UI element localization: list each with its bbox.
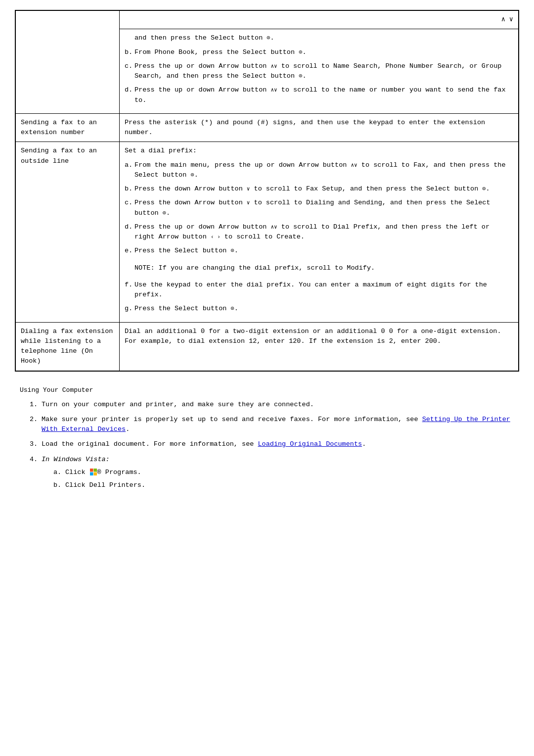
select-icon-ob: ⊙	[482, 186, 486, 192]
outside-label-c: c.	[125, 198, 134, 218]
cont-item-arrow: and then press the Select button ⊙.	[125, 33, 513, 43]
extension-left: Sending a fax to an extension number	[16, 113, 120, 142]
outside-item-e: e. Press the Select button ⊙.	[125, 246, 513, 256]
outside-intro: Set a dial prefix:	[125, 146, 513, 156]
num-label-4: 4.	[30, 455, 42, 494]
outside-label-d: d.	[125, 222, 134, 242]
numbered-item-4: 4. In Windows Vista: a. Click	[30, 455, 519, 494]
arrow-ob: ∨	[247, 186, 250, 192]
svg-rect-3	[93, 472, 97, 476]
sub-content-4b: Click Dell Printers.	[65, 480, 519, 490]
cont-item-c: c. Press the up or down Arrow button ∧∨ …	[125, 61, 513, 82]
arrows-od: ∧∨	[270, 224, 277, 230]
link-loading-docs[interactable]: Loading Original Documents	[258, 440, 362, 448]
extension-text: Press the asterisk (*) and pound (#) sig…	[125, 119, 485, 136]
windows-logo-icon	[90, 469, 97, 475]
outside-line-row: Sending a fax to an outside line Set a d…	[16, 142, 519, 322]
lr-arrows-od: ‹ ›	[211, 234, 221, 240]
cont-label-d: d.	[125, 85, 134, 105]
top-arrows-cell: ∧ ∨	[120, 11, 519, 29]
continuation-left	[16, 29, 120, 114]
num-label-2: 2.	[30, 415, 42, 435]
on-hook-left: Dialing a fax extension while listening …	[16, 322, 120, 371]
outside-note: NOTE: If you are changing the dial prefi…	[125, 260, 513, 276]
on-hook-right: Dial an additional 0 for a two-digit ext…	[120, 322, 519, 371]
cont-item-d: d. Press the up or down Arrow button ∧∨ …	[125, 85, 513, 105]
extension-row: Sending a fax to an extension number Pre…	[16, 113, 519, 142]
sub-content-4a: Click ® Programs.	[65, 468, 519, 477]
outside-label-f: f.	[125, 280, 134, 300]
numbered-item-1: 1. Turn on your computer and printer, an…	[30, 400, 519, 410]
select-icon-inline: ⊙	[267, 35, 270, 42]
extension-label: Sending a fax to an extension number	[21, 119, 97, 136]
outside-label-g: g.	[125, 304, 134, 314]
windows-vista-italic: In Windows Vista:	[42, 456, 110, 463]
cont-label-b: b.	[125, 47, 134, 57]
outside-content-d: Press the up or down Arrow button ∧∨ to …	[134, 222, 513, 242]
sub-item-4b: b. Click Dell Printers.	[53, 480, 519, 490]
outside-label-b: b.	[125, 184, 134, 194]
outside-content-b: Press the down Arrow button ∨ to scroll …	[134, 184, 513, 194]
outside-line-label: Sending a fax to an outside line	[21, 147, 97, 164]
on-hook-label: Dialing a fax extension while listening …	[21, 328, 113, 365]
select-icon-oc: ⊙	[163, 210, 166, 217]
num-content-4: In Windows Vista: a. Click	[42, 455, 519, 494]
cont-content-arrow: and then press the Select button ⊙.	[134, 33, 513, 43]
extension-right: Press the asterisk (*) and pound (#) sig…	[120, 113, 519, 142]
select-icon-og: ⊙	[230, 305, 234, 312]
outside-label-e: e.	[125, 246, 134, 256]
svg-rect-2	[90, 472, 93, 476]
cont-content-d: Press the up or down Arrow button ∧∨ to …	[134, 85, 513, 105]
cont-item-b: b. From Phone Book, press the Select but…	[125, 47, 513, 57]
outside-content-g: Press the Select button ⊙.	[134, 304, 513, 314]
num-content-3: Load the original document. For more inf…	[42, 439, 519, 449]
sub-list-4: a. Click ® Programs.	[53, 468, 519, 491]
cont-content-b: From Phone Book, press the Select button…	[134, 47, 513, 57]
numbered-list: 1. Turn on your computer and printer, an…	[30, 400, 519, 494]
num-label-1: 1.	[30, 400, 42, 410]
numbered-item-3: 3. Load the original document. For more …	[30, 439, 519, 449]
on-hook-text: Dial an additional 0 for a two-digit ext…	[125, 328, 501, 345]
on-hook-row: Dialing a fax extension while listening …	[16, 322, 519, 371]
outside-content-a: From the main menu, press the up or down…	[134, 160, 513, 181]
outside-item-b: b. Press the down Arrow button ∨ to scro…	[125, 184, 513, 194]
outside-line-right: Set a dial prefix: a. From the main menu…	[120, 142, 519, 322]
using-computer-section: Using Your Computer 1. Turn on your comp…	[15, 386, 519, 494]
top-arrows-row: ∧ ∨	[16, 11, 519, 29]
arrows-d: ∧∨	[270, 87, 277, 93]
num-content-1: Turn on your computer and printer, and m…	[42, 400, 519, 410]
outside-item-c: c. Press the down Arrow button ∨ to scro…	[125, 198, 513, 218]
section-title: Using Your Computer	[20, 386, 519, 394]
select-icon-oa: ⊙	[190, 172, 194, 179]
cont-label-arrow	[125, 33, 134, 43]
outside-content-e: Press the Select button ⊙.	[134, 246, 513, 256]
link-external-devices[interactable]: Setting Up the Printer With External Dev…	[42, 416, 510, 433]
outside-content-f: Use the keypad to enter the dial prefix.…	[134, 280, 513, 300]
num-content-2: Make sure your printer is properly set u…	[42, 415, 519, 435]
outside-item-f: f. Use the keypad to enter the dial pref…	[125, 280, 513, 300]
sub-label-4a: a.	[53, 468, 65, 477]
svg-rect-1	[93, 469, 97, 472]
outside-item-d: d. Press the up or down Arrow button ∧∨ …	[125, 222, 513, 242]
outside-item-a: a. From the main menu, press the up or d…	[125, 160, 513, 181]
continuation-right: and then press the Select button ⊙. b. F…	[120, 29, 519, 114]
outside-label-a: a.	[125, 160, 134, 181]
outside-note-label	[125, 260, 134, 276]
outside-item-g: g. Press the Select button ⊙.	[125, 304, 513, 314]
select-icon-oe: ⊙	[230, 247, 234, 254]
num-label-3: 3.	[30, 439, 42, 449]
select-icon-c: ⊙	[299, 73, 302, 80]
sub-label-4b: b.	[53, 480, 65, 490]
continuation-row: and then press the Select button ⊙. b. F…	[16, 29, 519, 114]
cont-content-c: Press the up or down Arrow button ∧∨ to …	[134, 61, 513, 82]
select-icon-b: ⊙	[299, 49, 302, 56]
outside-note-text: NOTE: If you are changing the dial prefi…	[134, 263, 513, 273]
cont-label-c: c.	[125, 61, 134, 82]
svg-rect-0	[90, 469, 93, 472]
numbered-item-2: 2. Make sure your printer is properly se…	[30, 415, 519, 435]
sub-item-4a: a. Click ® Programs.	[53, 468, 519, 477]
arrows-oa: ∧∨	[351, 162, 357, 168]
outside-line-left: Sending a fax to an outside line	[16, 142, 120, 322]
up-down-arrows: ∧ ∨	[501, 16, 513, 23]
arrows-c: ∧∨	[270, 63, 277, 69]
